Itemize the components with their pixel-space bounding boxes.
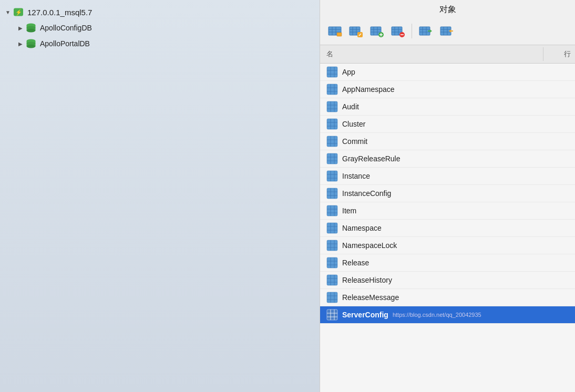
- svg-point-9: [27, 42, 36, 46]
- table-grid-icon-selected: [326, 309, 338, 321]
- svg-rect-15: [337, 33, 342, 36]
- table-name: InstanceConfig: [342, 189, 391, 198]
- server-expand-arrow[interactable]: [4, 8, 12, 16]
- table-row[interactable]: Namespace: [320, 220, 575, 237]
- col-rows-header: 行: [543, 47, 575, 61]
- svg-rect-114: [327, 292, 337, 303]
- table-grid-icon: [326, 222, 338, 234]
- table-name: AppNamespace: [342, 85, 395, 94]
- table-name: Instance: [342, 172, 370, 180]
- right-header: 对象: [320, 0, 575, 45]
- svg-rect-49: [327, 67, 337, 77]
- server-node[interactable]: ⚡ 127.0.0.1_msql5.7: [0, 4, 320, 20]
- svg-rect-94: [327, 223, 337, 233]
- table-grid-icon: [326, 274, 338, 286]
- table-row[interactable]: Instance: [320, 168, 575, 185]
- table-grid-icon: [326, 205, 338, 216]
- table-grid-icon: [326, 84, 338, 95]
- db-apolloconfigdb[interactable]: ApolloConfigDB: [13, 20, 320, 36]
- table-grid-icon: [326, 240, 338, 251]
- table-name: GrayReleaseRule: [342, 154, 401, 163]
- open-table-icon: [327, 25, 342, 37]
- table-name: Release: [342, 259, 369, 267]
- db-apolloportaldb[interactable]: ApolloPortalDB: [13, 36, 320, 51]
- table-name: Cluster: [342, 120, 365, 128]
- table-name: ReleaseHistory: [342, 276, 392, 284]
- import-button[interactable]: [416, 22, 435, 40]
- table-grid-icon: [326, 136, 338, 147]
- add-table-button[interactable]: [367, 22, 386, 40]
- table-row[interactable]: Release: [320, 254, 575, 272]
- open-table-button[interactable]: [325, 22, 344, 40]
- table-row[interactable]: NamespaceLock: [320, 237, 575, 254]
- table-grid-icon: [326, 118, 338, 130]
- svg-rect-59: [327, 101, 337, 112]
- toolbar: [320, 19, 575, 43]
- import-icon: [418, 25, 433, 37]
- table-row[interactable]: InstanceConfig: [320, 185, 575, 202]
- export-button[interactable]: [437, 22, 456, 40]
- export-icon: [439, 25, 454, 37]
- delete-table-icon: [391, 25, 405, 37]
- svg-rect-69: [327, 136, 337, 147]
- left-panel: ⚡ 127.0.0.1_msql5.7 ApolloConfigDB: [0, 0, 320, 392]
- add-table-icon: [369, 25, 384, 37]
- database-list: ApolloConfigDB ApolloPortalDB: [13, 20, 320, 51]
- table-name: Commit: [342, 137, 367, 146]
- table-grid-icon: [326, 170, 338, 182]
- table-row[interactable]: GrayReleaseRule: [320, 150, 575, 168]
- col-name-header: 名: [320, 47, 543, 61]
- column-header: 名 行: [320, 45, 575, 64]
- table-name: App: [342, 68, 355, 76]
- right-panel: 对象: [320, 0, 575, 392]
- table-grid-icon: [326, 153, 338, 164]
- table-row[interactable]: Audit: [320, 98, 575, 116]
- table-name: Audit: [342, 102, 359, 111]
- table-row[interactable]: Commit: [320, 133, 575, 150]
- svg-rect-79: [327, 171, 337, 181]
- table-grid-icon: [326, 66, 338, 78]
- toolbar-separator: [412, 24, 412, 38]
- svg-rect-119: [327, 310, 337, 320]
- db-expand-arrow-2[interactable]: [17, 40, 24, 47]
- table-row[interactable]: ReleaseHistory: [320, 272, 575, 289]
- table-name: Namespace: [342, 224, 382, 232]
- table-row-serverconfig[interactable]: ServerConfig https://blog.csdn.net/qq_20…: [320, 306, 575, 324]
- table-row[interactable]: App: [320, 64, 575, 81]
- csdn-link: https://blog.csdn.net/qq_20042935: [393, 312, 481, 318]
- table-grid-icon: [326, 188, 338, 199]
- edit-table-button[interactable]: [346, 22, 365, 40]
- table-name-serverconfig: ServerConfig: [342, 311, 388, 319]
- edit-table-icon: [348, 25, 363, 37]
- svg-text:⚡: ⚡: [15, 9, 23, 16]
- panel-title: 对象: [320, 4, 575, 15]
- svg-point-5: [27, 26, 36, 30]
- db-icon-2: [25, 38, 37, 49]
- svg-rect-99: [327, 240, 337, 251]
- table-name: Item: [342, 207, 356, 215]
- table-list: App AppNamespace Audit Cluster Commit Gr…: [320, 64, 575, 392]
- db-label-1: ApolloConfigDB: [40, 24, 92, 32]
- svg-rect-109: [327, 275, 337, 285]
- svg-rect-54: [327, 84, 337, 95]
- db-icon-1: [25, 22, 37, 34]
- table-row[interactable]: AppNamespace: [320, 81, 575, 98]
- table-row[interactable]: Cluster: [320, 116, 575, 133]
- table-grid-icon: [326, 101, 338, 112]
- table-grid-icon: [326, 292, 338, 303]
- svg-rect-104: [327, 257, 337, 268]
- server-icon: ⚡: [13, 7, 24, 17]
- db-label-2: ApolloPortalDB: [40, 39, 90, 48]
- svg-rect-74: [327, 153, 337, 164]
- table-name: NamespaceLock: [342, 241, 397, 250]
- delete-table-button[interactable]: [388, 22, 407, 40]
- db-expand-arrow-1[interactable]: [17, 24, 24, 32]
- table-name: ReleaseMessage: [342, 293, 399, 302]
- svg-rect-64: [327, 119, 337, 129]
- table-row[interactable]: ReleaseMessage: [320, 289, 575, 306]
- table-grid-icon: [326, 257, 338, 269]
- server-label: 127.0.0.1_msql5.7: [27, 8, 92, 17]
- svg-rect-84: [327, 188, 337, 199]
- table-row[interactable]: Item: [320, 202, 575, 220]
- svg-rect-89: [327, 205, 337, 216]
